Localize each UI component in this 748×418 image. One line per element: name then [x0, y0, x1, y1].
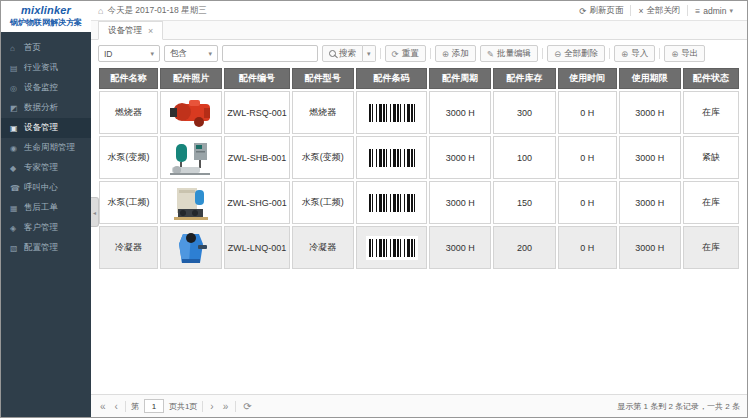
table-row[interactable]: 水泵(变频) [99, 136, 739, 179]
barcode-image [366, 191, 418, 215]
sidebar-collapse-handle[interactable]: ◂ [91, 197, 99, 227]
cell-part-photo [160, 181, 222, 224]
parts-table-container: 配件名称 配件照片 配件编号 配件型号 配件条码 配件周期 配件库存 使用时间 … [91, 66, 747, 271]
tab-device-management[interactable]: 设备管理 × [98, 21, 163, 40]
divider [659, 48, 660, 59]
cell-part-name: 燃烧器 [99, 91, 158, 134]
teal-pump-photo [168, 140, 214, 176]
batch-edit-button[interactable]: ✎ 批量编辑 [480, 45, 538, 62]
sidebar-item-call-center[interactable]: ☎呼叫中心 [1, 178, 91, 198]
cell-part-cycle: 3000 H [429, 226, 491, 269]
refresh-table-icon[interactable]: ⟳ [241, 401, 253, 412]
search-options-button[interactable]: ▾ [363, 45, 376, 62]
sidebar-nav: ⌂首页 ▤行业资讯 ◎设备监控 ◩数据分析 ▣设备管理 ◉生命周期管理 ◆专家管… [1, 32, 91, 258]
app-window: mixlinker 锅炉物联网解决方案 ⌂首页 ▤行业资讯 ◎设备监控 ◩数据分… [0, 0, 748, 418]
search-input[interactable] [222, 45, 318, 62]
page-prefix-label: 第 [131, 401, 139, 412]
close-icon: × [638, 6, 643, 16]
divider [380, 48, 381, 59]
search-button[interactable]: 搜索 [322, 45, 363, 62]
refresh-icon: ⟳ [579, 6, 586, 16]
home-icon: ⌂ [10, 44, 21, 53]
header-part-photo[interactable]: 配件照片 [160, 68, 222, 89]
header-part-code[interactable]: 配件编号 [224, 68, 289, 89]
work-order-icon: ▦ [10, 204, 21, 213]
header-used-time[interactable]: 使用时间 [558, 68, 617, 89]
main-area: ◂ ⌂ 今天是 2017-01-18 星期三 ⟳ 刷新页面 × 全部关闭 ≡ a… [91, 1, 747, 417]
cell-part-stock: 200 [493, 226, 555, 269]
cell-used-time: 0 H [558, 91, 617, 134]
header-part-barcode[interactable]: 配件条码 [356, 68, 428, 89]
sidebar-item-label: 客户管理 [24, 222, 58, 234]
sidebar-item-customer-management[interactable]: ◈客户管理 [1, 218, 91, 238]
search-icon [329, 50, 336, 57]
cell-part-stock: 150 [493, 181, 555, 224]
sidebar-item-work-orders[interactable]: ▦售后工单 [1, 198, 91, 218]
sidebar-item-label: 数据分析 [24, 102, 58, 114]
cell-part-barcode [356, 181, 428, 224]
sidebar-item-expert-management[interactable]: ◆专家管理 [1, 158, 91, 178]
brand-tagline: 锅炉物联网解决方案 [3, 17, 89, 28]
field-select[interactable]: ID ▾ [98, 45, 160, 62]
sidebar-item-label: 生命周期管理 [24, 142, 75, 154]
sidebar-item-device-monitor[interactable]: ◎设备监控 [1, 78, 91, 98]
next-page-button[interactable]: › [208, 401, 215, 412]
sidebar-item-lifecycle[interactable]: ◉生命周期管理 [1, 138, 91, 158]
sidebar: mixlinker 锅炉物联网解决方案 ⌂首页 ▤行业资讯 ◎设备监控 ◩数据分… [1, 1, 91, 417]
filter-toolbar: ID ▾ 包含 ▾ 搜索 ▾ ⟳ 重置 [91, 40, 747, 66]
header-part-model[interactable]: 配件型号 [292, 68, 354, 89]
header-usage-limit[interactable]: 使用期限 [619, 68, 681, 89]
table-row[interactable]: 水泵(工频) ZWL-SH [99, 181, 739, 224]
sidebar-item-industry-news[interactable]: ▤行业资讯 [1, 58, 91, 78]
export-button[interactable]: ⊕ 导出 [664, 45, 705, 62]
blue-pump-photo [168, 185, 214, 221]
sidebar-item-home[interactable]: ⌂首页 [1, 38, 91, 58]
last-page-button[interactable]: » [221, 401, 231, 412]
tab-close-icon[interactable]: × [148, 26, 153, 36]
refresh-page-button[interactable]: ⟳ 刷新页面 [572, 5, 630, 17]
content-spacer [91, 271, 747, 394]
sidebar-item-device-management[interactable]: ▣设备管理 [1, 118, 91, 138]
sidebar-item-label: 设备管理 [24, 122, 58, 134]
reset-button[interactable]: ⟳ 重置 [385, 45, 426, 62]
cell-part-code: ZWL-RSQ-001 [224, 91, 289, 134]
monitor-icon: ◎ [10, 84, 21, 93]
sidebar-item-label: 设备监控 [24, 82, 58, 94]
prev-page-button[interactable]: ‹ [113, 401, 120, 412]
table-row[interactable]: 冷凝器 ZWL-LNQ-001 冷凝器 [99, 226, 739, 269]
sidebar-item-label: 配置管理 [24, 242, 58, 254]
header-part-cycle[interactable]: 配件周期 [429, 68, 491, 89]
import-button[interactable]: ⊕ 导入 [614, 45, 655, 62]
delete-all-button[interactable]: ⊖ 全部删除 [547, 45, 605, 62]
header-part-status[interactable]: 配件状态 [683, 68, 739, 89]
chevron-down-icon: ▾ [208, 50, 212, 58]
table-row[interactable]: 燃烧器 ZWL-RSQ-001 燃烧 [99, 91, 739, 134]
cell-part-code: ZWL-LNQ-001 [224, 226, 289, 269]
user-menu[interactable]: ≡ admin ▾ [688, 6, 740, 16]
sidebar-item-data-analysis[interactable]: ◩数据分析 [1, 98, 91, 118]
operator-select[interactable]: 包含 ▾ [164, 45, 218, 62]
cell-used-time: 0 H [558, 226, 617, 269]
topbar-actions: ⟳ 刷新页面 × 全部关闭 ≡ admin ▾ [572, 5, 740, 17]
cell-part-photo [160, 136, 222, 179]
header-part-stock[interactable]: 配件库存 [493, 68, 555, 89]
divider [125, 401, 126, 412]
reset-icon: ⟳ [392, 49, 399, 59]
menu-icon: ≡ [695, 6, 700, 16]
pager-controls: « ‹ 第 页共1页 › » ⟳ [98, 399, 254, 413]
cell-part-model: 水泵(工频) [292, 181, 354, 224]
cell-part-model: 冷凝器 [292, 226, 354, 269]
date-text: 今天是 2017-01-18 星期三 [107, 5, 206, 17]
cell-part-name: 水泵(工频) [99, 181, 158, 224]
minus-circle-icon: ⊖ [554, 49, 561, 59]
first-page-button[interactable]: « [98, 401, 108, 412]
page-number-input[interactable] [144, 399, 164, 413]
add-button[interactable]: ⊕ 添加 [435, 45, 476, 62]
sidebar-item-label: 专家管理 [24, 162, 58, 174]
close-all-button[interactable]: × 全部关闭 [631, 5, 687, 17]
cell-used-time: 0 H [558, 136, 617, 179]
cell-part-model: 水泵(变频) [292, 136, 354, 179]
search-button-group: 搜索 ▾ [322, 45, 376, 62]
header-part-name[interactable]: 配件名称 [99, 68, 158, 89]
sidebar-item-config-management[interactable]: ▧配置管理 [1, 238, 91, 258]
